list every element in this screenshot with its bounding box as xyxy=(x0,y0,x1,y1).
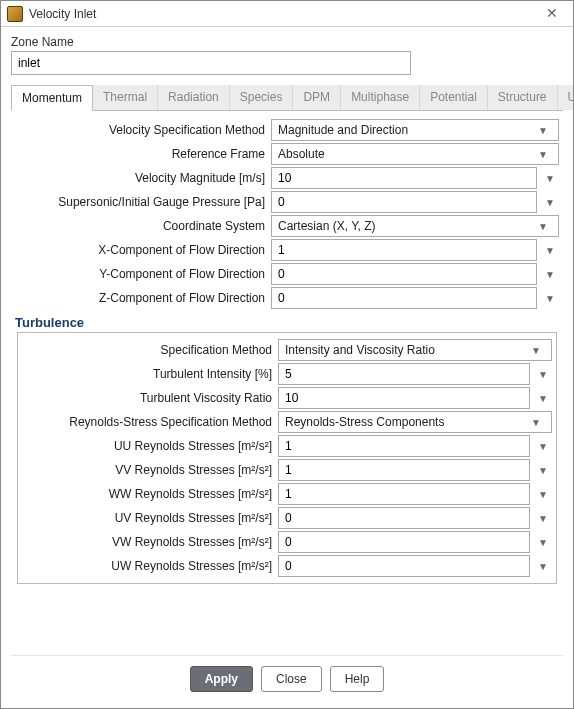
chevron-down-icon: ▼ xyxy=(534,149,552,160)
turb-spec-method-select[interactable]: Intensity and Viscosity Ratio ▼ xyxy=(278,339,552,361)
reference-frame-select[interactable]: Absolute ▼ xyxy=(271,143,559,165)
close-button[interactable]: Close xyxy=(261,666,322,692)
chevron-down-icon: ▼ xyxy=(527,345,545,356)
chevron-down-icon[interactable]: ▼ xyxy=(534,537,552,548)
turb-spec-method-value: Intensity and Viscosity Ratio xyxy=(285,343,435,357)
tab-body-momentum: Velocity Specification Method Magnitude … xyxy=(11,111,563,655)
chevron-down-icon[interactable]: ▼ xyxy=(541,269,559,280)
velocity-spec-method-value: Magnitude and Direction xyxy=(278,123,408,137)
x-component-input[interactable] xyxy=(271,239,537,261)
help-button[interactable]: Help xyxy=(330,666,385,692)
zone-name-label: Zone Name xyxy=(11,35,563,49)
uw-input[interactable] xyxy=(278,555,530,577)
chevron-down-icon[interactable]: ▼ xyxy=(534,465,552,476)
chevron-down-icon[interactable]: ▼ xyxy=(541,197,559,208)
chevron-down-icon[interactable]: ▼ xyxy=(534,369,552,380)
footer: Apply Close Help xyxy=(11,655,563,704)
reynolds-spec-method-label: Reynolds-Stress Specification Method xyxy=(22,415,278,429)
velocity-magnitude-input[interactable] xyxy=(271,167,537,189)
turb-spec-method-label: Specification Method xyxy=(22,343,278,357)
app-icon xyxy=(7,6,23,22)
uv-input[interactable] xyxy=(278,507,530,529)
vw-label: VW Reynolds Stresses [m²/s²] xyxy=(22,535,278,549)
coordinate-system-select[interactable]: Cartesian (X, Y, Z) ▼ xyxy=(271,215,559,237)
ww-input[interactable] xyxy=(278,483,530,505)
chevron-down-icon: ▼ xyxy=(534,221,552,232)
velocity-magnitude-label: Velocity Magnitude [m/s] xyxy=(15,171,271,185)
tab-dpm[interactable]: DPM xyxy=(293,85,341,110)
supersonic-pressure-input[interactable] xyxy=(271,191,537,213)
turb-visc-ratio-input[interactable] xyxy=(278,387,530,409)
turb-intensity-label: Turbulent Intensity [%] xyxy=(22,367,278,381)
titlebar: Velocity Inlet ✕ xyxy=(1,1,573,27)
chevron-down-icon: ▼ xyxy=(527,417,545,428)
apply-button[interactable]: Apply xyxy=(190,666,253,692)
turb-visc-ratio-label: Turbulent Viscosity Ratio xyxy=(22,391,278,405)
tab-momentum[interactable]: Momentum xyxy=(11,85,93,111)
tab-bar: Momentum Thermal Radiation Species DPM M… xyxy=(11,85,563,111)
x-component-label: X-Component of Flow Direction xyxy=(15,243,271,257)
tab-species[interactable]: Species xyxy=(230,85,294,110)
tab-multiphase[interactable]: Multiphase xyxy=(341,85,420,110)
turb-intensity-input[interactable] xyxy=(278,363,530,385)
uu-input[interactable] xyxy=(278,435,530,457)
coordinate-system-value: Cartesian (X, Y, Z) xyxy=(278,219,376,233)
chevron-down-icon[interactable]: ▼ xyxy=(534,393,552,404)
z-component-label: Z-Component of Flow Direction xyxy=(15,291,271,305)
ww-label: WW Reynolds Stresses [m²/s²] xyxy=(22,487,278,501)
uv-label: UV Reynolds Stresses [m²/s²] xyxy=(22,511,278,525)
chevron-down-icon[interactable]: ▼ xyxy=(534,441,552,452)
z-component-input[interactable] xyxy=(271,287,537,309)
tab-structure[interactable]: Structure xyxy=(488,85,558,110)
tab-potential[interactable]: Potential xyxy=(420,85,488,110)
chevron-down-icon[interactable]: ▼ xyxy=(534,489,552,500)
vw-input[interactable] xyxy=(278,531,530,553)
reynolds-spec-method-value: Reynolds-Stress Components xyxy=(285,415,444,429)
vv-label: VV Reynolds Stresses [m²/s²] xyxy=(22,463,278,477)
chevron-down-icon[interactable]: ▼ xyxy=(534,561,552,572)
zone-name-input[interactable] xyxy=(11,51,411,75)
turbulence-title: Turbulence xyxy=(15,315,559,330)
uw-label: UW Reynolds Stresses [m²/s²] xyxy=(22,559,278,573)
content-area: Zone Name Momentum Thermal Radiation Spe… xyxy=(1,27,573,708)
turbulence-group: Specification Method Intensity and Visco… xyxy=(17,332,557,584)
reynolds-spec-method-select[interactable]: Reynolds-Stress Components ▼ xyxy=(278,411,552,433)
chevron-down-icon[interactable]: ▼ xyxy=(541,173,559,184)
supersonic-pressure-label: Supersonic/Initial Gauge Pressure [Pa] xyxy=(15,195,271,209)
uu-label: UU Reynolds Stresses [m²/s²] xyxy=(22,439,278,453)
reference-frame-label: Reference Frame xyxy=(15,147,271,161)
tab-radiation[interactable]: Radiation xyxy=(158,85,230,110)
tab-thermal[interactable]: Thermal xyxy=(93,85,158,110)
velocity-spec-method-select[interactable]: Magnitude and Direction ▼ xyxy=(271,119,559,141)
velocity-spec-method-label: Velocity Specification Method xyxy=(15,123,271,137)
vv-input[interactable] xyxy=(278,459,530,481)
chevron-down-icon[interactable]: ▼ xyxy=(541,293,559,304)
y-component-label: Y-Component of Flow Direction xyxy=(15,267,271,281)
dialog-window: Velocity Inlet ✕ Zone Name Momentum Ther… xyxy=(0,0,574,709)
y-component-input[interactable] xyxy=(271,263,537,285)
chevron-down-icon[interactable]: ▼ xyxy=(541,245,559,256)
reference-frame-value: Absolute xyxy=(278,147,325,161)
window-title: Velocity Inlet xyxy=(29,7,537,21)
tab-uds[interactable]: UDS xyxy=(558,85,573,110)
chevron-down-icon: ▼ xyxy=(534,125,552,136)
coordinate-system-label: Coordinate System xyxy=(15,219,271,233)
chevron-down-icon[interactable]: ▼ xyxy=(534,513,552,524)
close-icon[interactable]: ✕ xyxy=(537,4,567,24)
